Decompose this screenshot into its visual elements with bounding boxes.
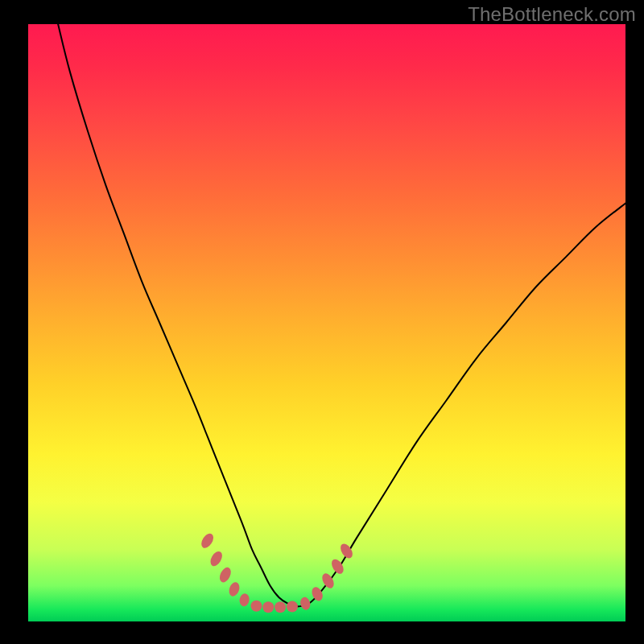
curve-marker xyxy=(287,601,298,612)
chart-stage: TheBottleneck.com xyxy=(0,0,644,644)
curve-marker xyxy=(227,580,241,597)
curve-marker xyxy=(238,592,250,607)
curve-marker xyxy=(217,566,233,584)
marker-group xyxy=(199,531,355,613)
curve-marker xyxy=(250,601,262,612)
curve-marker xyxy=(208,549,225,568)
watermark-text: TheBottleneck.com xyxy=(468,3,636,26)
curve-marker xyxy=(262,601,274,613)
curve-svg xyxy=(28,24,625,621)
curve-marker xyxy=(299,596,312,611)
bottleneck-curve xyxy=(58,24,625,606)
curve-marker xyxy=(275,601,286,613)
plot-area xyxy=(28,24,625,621)
curve-marker xyxy=(199,531,216,550)
